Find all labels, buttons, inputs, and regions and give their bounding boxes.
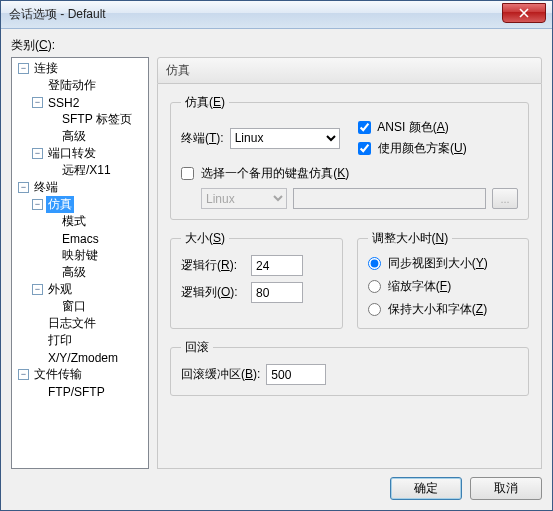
dialog-window: 会话选项 - Default 类别(C): − 连接	[0, 0, 553, 511]
tree-item-ftp-sftp[interactable]: FTP/SFTP	[30, 383, 148, 400]
rows-label: 逻辑行(R):	[181, 257, 245, 274]
tree-item-ssh2[interactable]: −SSH2	[30, 94, 148, 111]
collapse-icon[interactable]: −	[18, 182, 29, 193]
alt-keyboard-path	[293, 188, 486, 209]
category-tree[interactable]: − 连接 登陆动作 −SSH2 SFTP 标签页 高级	[11, 57, 149, 469]
scrollback-label: 回滚缓冲区(B):	[181, 366, 260, 383]
tree-item-xyzmodem[interactable]: X/Y/Zmodem	[30, 349, 148, 366]
keep-size-font-radio[interactable]: 保持大小和字体(Z)	[368, 301, 488, 318]
emulation-group: 仿真(E) 终端(T): Linux ANSI 颜色(A) 使用颜色方案(U)	[170, 94, 529, 220]
tree-item-print[interactable]: 打印	[30, 332, 148, 349]
tree-item-emacs[interactable]: Emacs	[44, 230, 148, 247]
category-label: 类别(C):	[11, 37, 542, 54]
cols-label: 逻辑列(O):	[181, 284, 245, 301]
resize-legend: 调整大小时(N)	[368, 230, 453, 247]
title-bar: 会话选项 - Default	[1, 1, 552, 29]
tree-item-file-transfer[interactable]: −文件传输	[16, 366, 148, 383]
rows-input[interactable]	[251, 255, 303, 276]
terminal-select[interactable]: Linux	[230, 128, 340, 149]
settings-panel: 仿真 仿真(E) 终端(T): Linux ANSI 颜色(A) 使用颜色方案(…	[157, 57, 542, 469]
scrollback-input[interactable]	[266, 364, 326, 385]
alt-keyboard-checkbox[interactable]: 选择一个备用的键盘仿真(K)	[181, 165, 349, 182]
scale-font-radio[interactable]: 缩放字体(F)	[368, 278, 452, 295]
tree-item-port-forward[interactable]: −端口转发	[30, 145, 148, 162]
close-button[interactable]	[502, 3, 546, 23]
collapse-icon[interactable]: −	[18, 63, 29, 74]
size-group: 大小(S) 逻辑行(R): 逻辑列(O):	[170, 230, 343, 329]
alt-keyboard-select: Linux	[201, 188, 287, 209]
tree-item-mapped-keys[interactable]: 映射键	[44, 247, 148, 264]
tree-item-connection[interactable]: − 连接	[16, 60, 148, 77]
tree-item-login-actions[interactable]: 登陆动作	[30, 77, 148, 94]
resize-group: 调整大小时(N) 同步视图到大小(Y) 缩放字体(F) 保持大小和字体(Z)	[357, 230, 530, 329]
cancel-button[interactable]: 取消	[470, 477, 542, 500]
collapse-icon[interactable]: −	[32, 97, 43, 108]
tree-item-emulation[interactable]: −仿真	[30, 196, 148, 213]
client-area: 类别(C): − 连接 登陆动作 −SS	[1, 29, 552, 510]
panel-title: 仿真	[157, 57, 542, 84]
collapse-icon[interactable]: −	[18, 369, 29, 380]
tree-item-appearance[interactable]: −外观	[30, 281, 148, 298]
tree-item-advanced[interactable]: 高级	[44, 128, 148, 145]
close-icon	[519, 8, 529, 18]
size-legend: 大小(S)	[181, 230, 229, 247]
button-row: 确定 取消	[11, 477, 542, 500]
tree-item-window[interactable]: 窗口	[44, 298, 148, 315]
scrollback-group: 回滚 回滚缓冲区(B):	[170, 339, 529, 396]
terminal-label: 终端(T):	[181, 130, 224, 147]
sync-view-radio[interactable]: 同步视图到大小(Y)	[368, 255, 488, 272]
tree-item-advanced2[interactable]: 高级	[44, 264, 148, 281]
collapse-icon[interactable]: −	[32, 148, 43, 159]
ok-button[interactable]: 确定	[390, 477, 462, 500]
browse-button: ...	[492, 188, 518, 209]
tree-item-terminal[interactable]: −终端	[16, 179, 148, 196]
scrollback-legend: 回滚	[181, 339, 213, 356]
tree-item-mode[interactable]: 模式	[44, 213, 148, 230]
collapse-icon[interactable]: −	[32, 199, 43, 210]
cols-input[interactable]	[251, 282, 303, 303]
window-title: 会话选项 - Default	[9, 6, 106, 23]
use-color-scheme-checkbox[interactable]: 使用颜色方案(U)	[358, 140, 467, 157]
tree-item-sftp-tab[interactable]: SFTP 标签页	[44, 111, 148, 128]
collapse-icon[interactable]: −	[32, 284, 43, 295]
tree-item-log-file[interactable]: 日志文件	[30, 315, 148, 332]
tree-item-remote-x11[interactable]: 远程/X11	[44, 162, 148, 179]
body-row: − 连接 登陆动作 −SSH2 SFTP 标签页 高级	[11, 57, 542, 469]
ansi-color-checkbox[interactable]: ANSI 颜色(A)	[358, 119, 467, 136]
emulation-legend: 仿真(E)	[181, 94, 229, 111]
